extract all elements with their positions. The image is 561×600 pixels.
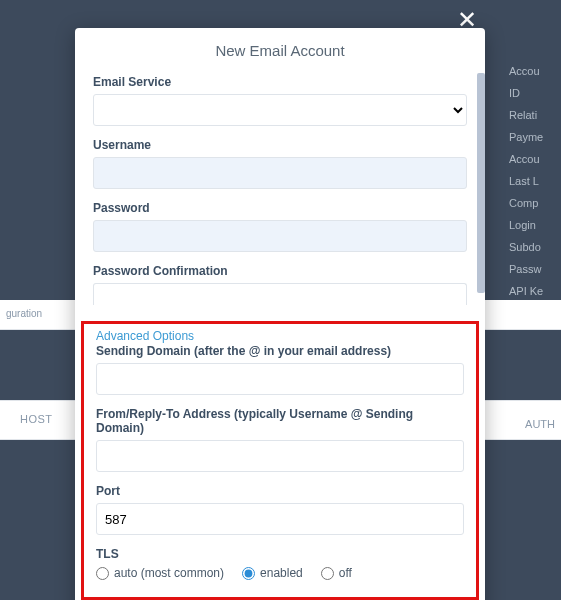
username-group: Username <box>93 138 467 189</box>
password-label: Password <box>93 201 467 215</box>
password-confirm-input[interactable] <box>93 283 467 305</box>
bg-tab-strip-text: guration <box>6 308 42 319</box>
bg-right-column: Accou ID Relati Payme Accou Last L Comp … <box>501 60 561 302</box>
sending-domain-input[interactable] <box>96 363 464 395</box>
username-input[interactable] <box>93 157 467 189</box>
port-group: Port <box>96 484 464 535</box>
bg-item: Relati <box>501 104 561 126</box>
tls-label: TLS <box>96 547 464 561</box>
bg-item: Subdo <box>501 236 561 258</box>
password-input[interactable] <box>93 220 467 252</box>
sending-domain-group: Sending Domain (after the @ in your emai… <box>96 344 464 395</box>
tls-radio-off[interactable] <box>321 567 334 580</box>
from-reply-label: From/Reply-To Address (typically Usernam… <box>96 407 464 435</box>
tls-group: TLS auto (most common) enabled off <box>96 547 464 585</box>
advanced-options-highlight: Advanced Options Sending Domain (after t… <box>81 321 479 600</box>
bg-item: Payme <box>501 126 561 148</box>
tls-radio-enabled-label[interactable]: enabled <box>242 566 303 580</box>
port-label: Port <box>96 484 464 498</box>
bg-item: Comp <box>501 192 561 214</box>
new-email-account-dialog: New Email Account Email Service Username… <box>75 28 485 600</box>
tls-auto-text: auto (most common) <box>114 566 224 580</box>
scrollbar-thumb[interactable] <box>477 73 485 293</box>
from-reply-group: From/Reply-To Address (typically Usernam… <box>96 407 464 472</box>
from-reply-input[interactable] <box>96 440 464 472</box>
password-confirm-group: Password Confirmation <box>93 264 467 305</box>
bg-col-host: HOST <box>20 413 53 425</box>
bg-item: Last L <box>501 170 561 192</box>
bg-item: Passw <box>501 258 561 280</box>
tls-radio-off-label[interactable]: off <box>321 566 352 580</box>
username-label: Username <box>93 138 467 152</box>
sending-domain-label: Sending Domain (after the @ in your emai… <box>96 344 464 358</box>
bg-item: API Ke <box>501 280 561 302</box>
advanced-options-link[interactable]: Advanced Options <box>96 329 194 343</box>
dialog-body: Email Service Username Password Password… <box>75 73 485 600</box>
email-service-select[interactable] <box>93 94 467 126</box>
bg-item: ID <box>501 82 561 104</box>
dialog-title: New Email Account <box>75 28 485 73</box>
password-group: Password <box>93 201 467 252</box>
bg-item: Login <box>501 214 561 236</box>
tls-radio-auto[interactable] <box>96 567 109 580</box>
email-service-label: Email Service <box>93 75 467 89</box>
port-input[interactable] <box>96 503 464 535</box>
tls-enabled-text: enabled <box>260 566 303 580</box>
tls-radio-enabled[interactable] <box>242 567 255 580</box>
bg-col-auth: AUTH <box>525 418 555 430</box>
bg-item: Accou <box>501 148 561 170</box>
tls-off-text: off <box>339 566 352 580</box>
tls-radio-auto-label[interactable]: auto (most common) <box>96 566 224 580</box>
bg-item: Accou <box>501 60 561 82</box>
password-confirm-label: Password Confirmation <box>93 264 467 278</box>
email-service-group: Email Service <box>93 75 467 126</box>
